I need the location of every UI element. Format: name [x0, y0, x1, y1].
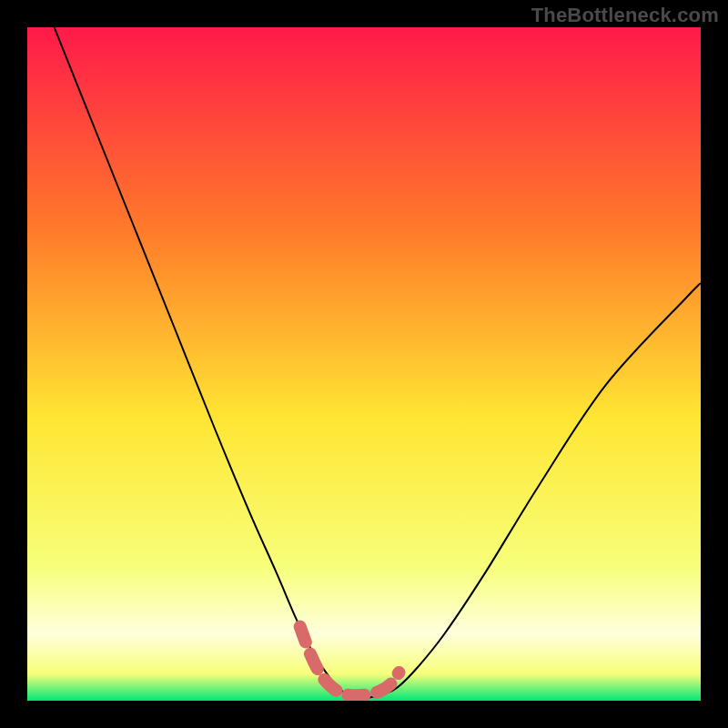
- gradient-background: [27, 27, 701, 701]
- outer-frame: TheBottleneck.com: [0, 0, 728, 728]
- chart-svg: [27, 27, 701, 701]
- chart-plot-area: [27, 27, 701, 701]
- watermark-text: TheBottleneck.com: [531, 4, 719, 27]
